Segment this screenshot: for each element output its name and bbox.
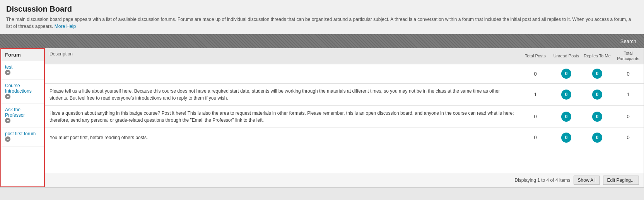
displaying-text: Displaying 1 to 4 of 4 items — [515, 178, 571, 183]
table-row: You must post first, before reading othe… — [45, 128, 644, 147]
col-total-participants: Total Participants — [613, 48, 644, 64]
toolbar: Search — [0, 34, 644, 48]
stat-total-participants-test: 0 — [613, 69, 644, 79]
main-content: Forum testCourse IntroductionsAsk the Pr… — [0, 48, 644, 188]
unread-badge-ask-the-professor: 0 — [561, 112, 571, 122]
stat-replies-to-me-test: 0 — [582, 66, 613, 81]
row-description-test — [45, 70, 520, 78]
stat-unread-posts-course-introductions: 0 — [551, 87, 582, 102]
page-description: The main discussion board page appears w… — [6, 16, 638, 30]
replies-badge-course-introductions: 0 — [592, 90, 602, 100]
col-description: Description — [45, 48, 520, 64]
col-unread-posts: Unread Posts — [551, 51, 582, 61]
row-stats-ask-the-professor: 0000 — [520, 109, 644, 124]
stat-unread-posts-ask-the-professor: 0 — [551, 109, 582, 124]
table-row: 0000 — [45, 64, 644, 84]
stat-replies-to-me-post-first-forum: 0 — [582, 130, 613, 145]
sidebar-item-post-first-forum[interactable]: post first forum — [1, 128, 44, 147]
unread-badge-course-introductions: 0 — [561, 90, 571, 100]
stat-total-posts-ask-the-professor: 0 — [520, 111, 551, 122]
chevron-down-icon — [5, 94, 10, 99]
stat-unread-posts-post-first-forum: 0 — [551, 130, 582, 145]
row-description-ask-the-professor: Have a question about anything in this b… — [45, 106, 520, 128]
sidebar-header: Forum — [1, 49, 44, 61]
unread-badge-test: 0 — [561, 69, 571, 79]
page-title: Discussion Board — [6, 5, 638, 14]
chevron-down-icon — [5, 70, 10, 75]
unread-badge-post-first-forum: 0 — [561, 133, 571, 143]
row-stats-post-first-forum: 0000 — [520, 130, 644, 145]
col-stats: Total Posts Unread Posts Replies To Me T… — [520, 48, 644, 64]
replies-badge-ask-the-professor: 0 — [592, 112, 602, 122]
edit-paging-button[interactable]: Edit Paging... — [603, 176, 639, 185]
row-description-post-first-forum: You must post first, before reading othe… — [45, 130, 520, 145]
stat-total-posts-course-introductions: 1 — [520, 89, 551, 100]
col-total-posts: Total Posts — [520, 51, 551, 61]
sidebar-item-test[interactable]: test — [1, 61, 44, 80]
forum-sidebar: Forum testCourse IntroductionsAsk the Pr… — [0, 48, 45, 187]
page-header: Discussion Board The main discussion boa… — [0, 0, 644, 34]
row-stats-course-introductions: 1001 — [520, 87, 644, 102]
sidebar-link-post-first-forum[interactable]: post first forum — [5, 131, 40, 136]
stat-total-participants-course-introductions: 1 — [613, 89, 644, 100]
col-replies-to-me: Replies To Me — [582, 51, 613, 61]
table-header: Description Total Posts Unread Posts Rep… — [45, 48, 644, 64]
sidebar-item-course-introductions[interactable]: Course Introductions — [1, 80, 44, 104]
stat-replies-to-me-course-introductions: 0 — [582, 87, 613, 102]
chevron-down-icon — [5, 136, 10, 142]
stat-replies-to-me-ask-the-professor: 0 — [582, 109, 613, 124]
stat-unread-posts-test: 0 — [551, 66, 582, 81]
replies-badge-post-first-forum: 0 — [592, 133, 602, 143]
stat-total-posts-post-first-forum: 0 — [520, 132, 551, 143]
sidebar-link-ask-the-professor[interactable]: Ask the Professor — [5, 107, 40, 118]
chevron-down-icon — [5, 118, 10, 123]
show-all-button[interactable]: Show All — [574, 176, 600, 185]
stat-total-participants-ask-the-professor: 0 — [613, 111, 644, 122]
table-row: Please tell us a little about yourself h… — [45, 84, 644, 106]
more-help-link[interactable]: More Help — [55, 24, 76, 29]
stat-total-posts-test: 0 — [520, 69, 551, 79]
table-body: 0000Please tell us a little about yourse… — [45, 64, 644, 173]
search-button[interactable]: Search — [617, 37, 639, 46]
replies-badge-test: 0 — [592, 69, 602, 79]
row-description-course-introductions: Please tell us a little about yourself h… — [45, 84, 520, 105]
row-stats-test: 0000 — [520, 66, 644, 81]
sidebar-item-ask-the-professor[interactable]: Ask the Professor — [1, 104, 44, 128]
sidebar-link-test[interactable]: test — [5, 64, 40, 70]
sidebar-link-course-introductions[interactable]: Course Introductions — [5, 83, 40, 94]
table-row: Have a question about anything in this b… — [45, 106, 644, 128]
footer-bar: Displaying 1 to 4 of 4 items Show All Ed… — [45, 173, 644, 187]
content-area: Description Total Posts Unread Posts Rep… — [45, 48, 644, 187]
stat-total-participants-post-first-forum: 0 — [613, 132, 644, 143]
